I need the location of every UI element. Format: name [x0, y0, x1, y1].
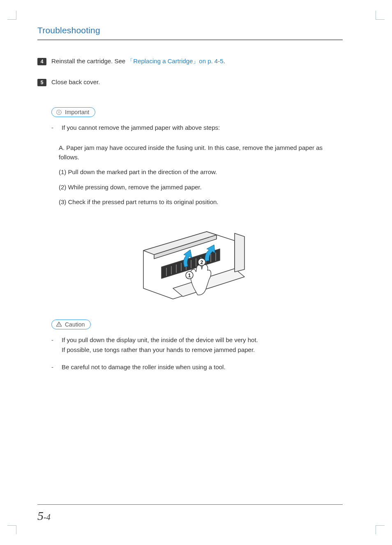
substep-2: (2) While pressing down, remove the jamm…: [59, 183, 343, 192]
note-text: If you cannot remove the jammed paper wi…: [62, 123, 220, 133]
bullet-dash: -: [51, 335, 53, 355]
note-line-1: If you pull down the display unit, the i…: [62, 336, 258, 343]
printer-diagram: 1 2: [37, 218, 343, 305]
step-number-badge: 5: [37, 79, 46, 86]
important-substeps: A. Paper jam may have occured inside the…: [59, 143, 343, 207]
page-content: Troubleshooting 4 Reinstall the cartridg…: [37, 25, 343, 520]
svg-text:2: 2: [200, 259, 203, 265]
crop-mark-bl: [7, 525, 16, 534]
note-item: - If you cannot remove the jammed paper …: [51, 123, 343, 133]
substep-a: A. Paper jam may have occured inside the…: [59, 143, 343, 162]
note-item: - Be careful not to damage the roller in…: [51, 362, 343, 372]
caution-icon: !: [56, 321, 62, 327]
page-number: 5-4: [37, 509, 51, 522]
crop-mark-tr: [376, 11, 385, 20]
crop-mark-br: [376, 525, 385, 534]
cross-reference-link[interactable]: 「Replacing a Cartridge」on p. 4-5: [127, 57, 223, 64]
step-prefix: Reinstall the cartridge. See: [51, 57, 127, 64]
step-text: Close back cover.: [51, 78, 100, 87]
note-text: Be careful not to damage the roller insi…: [62, 362, 226, 372]
page-minor: 4: [46, 513, 51, 522]
caution-callout: ! Caution: [51, 320, 91, 329]
bullet-dash: -: [51, 123, 53, 133]
svg-text:!: !: [58, 110, 60, 114]
page-title: Troubleshooting: [37, 25, 343, 40]
bullet-dash: -: [51, 362, 53, 372]
note-item: - If you pull down the display unit, the…: [51, 335, 343, 355]
step-suffix: .: [224, 57, 225, 64]
step-number-badge: 4: [37, 58, 46, 65]
step-text: Reinstall the cartridge. See 「Replacing …: [51, 57, 225, 66]
substep-3: (3) Check if the pressed part returns to…: [59, 198, 343, 207]
page-major: 5: [37, 509, 44, 522]
svg-text:!: !: [58, 323, 59, 326]
important-callout: ! Important: [51, 107, 95, 117]
page-sep: -: [44, 513, 46, 522]
caution-label: Caution: [65, 321, 85, 328]
important-label: Important: [65, 109, 89, 115]
important-icon: !: [56, 109, 62, 115]
note-text: If you pull down the display unit, the i…: [62, 335, 258, 355]
svg-text:1: 1: [188, 272, 191, 278]
step-4: 4 Reinstall the cartridge. See 「Replacin…: [37, 57, 343, 66]
caution-notes: - If you pull down the display unit, the…: [51, 335, 343, 372]
crop-mark-tl: [7, 11, 16, 20]
important-notes: - If you cannot remove the jammed paper …: [51, 123, 343, 133]
note-line-2: If possible, use tongs rather than your …: [62, 346, 255, 353]
page-footer: 5-4: [37, 504, 343, 523]
substep-1: (1) Pull down the marked part in the dir…: [59, 168, 343, 177]
step-5: 5 Close back cover.: [37, 78, 343, 87]
